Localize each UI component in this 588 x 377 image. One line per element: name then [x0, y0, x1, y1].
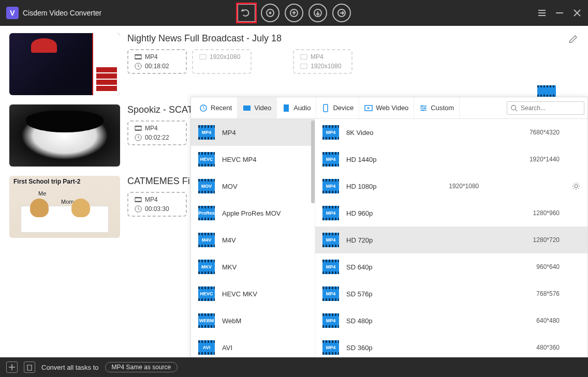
svg-rect-14 — [135, 126, 141, 127]
format-search[interactable] — [507, 101, 584, 115]
reel-out-icon[interactable] — [332, 4, 351, 22]
preset-label: SD 640p — [346, 263, 373, 271]
svg-rect-12 — [301, 64, 307, 69]
svg-point-27 — [424, 107, 426, 109]
svg-rect-18 — [135, 198, 141, 199]
format-badge-icon: MP4 — [198, 125, 215, 140]
container-list: MP4MP4HEVCHEVC MP4MOVMOVProResApple ProR… — [191, 119, 315, 357]
close-icon[interactable] — [572, 8, 582, 18]
format-badge-icon: MKV — [198, 260, 215, 274]
delete-button[interactable] — [24, 361, 35, 373]
svg-text:+: + — [292, 9, 296, 17]
container-item[interactable]: HEVCHEVC MP4 — [191, 146, 315, 173]
tab-custom[interactable]: Custom — [414, 97, 460, 118]
tab-video[interactable]: Video — [238, 97, 277, 118]
container-label: M4V — [222, 236, 236, 244]
container-item[interactable]: MKVMKV — [191, 253, 315, 280]
app-title: Cisdem Video Converter — [23, 9, 101, 17]
svg-point-28 — [422, 109, 424, 111]
titlebar: V Cisdem Video Converter + — [0, 0, 588, 26]
format-badge-icon: MP4 — [322, 260, 339, 274]
tab-audio[interactable]: Audio — [277, 97, 316, 118]
scrollbar-thumb[interactable] — [311, 120, 315, 203]
preset-label: HD 1080p — [346, 183, 377, 190]
container-label: HEVC MKV — [222, 290, 257, 298]
preset-item[interactable]: MP4SD 576p768*576 — [315, 280, 587, 307]
preset-item[interactable]: MP4SD 480p640*480 — [315, 307, 587, 334]
format-badge-icon: MP4 — [322, 340, 339, 355]
container-item[interactable]: AVIAVI — [191, 334, 315, 357]
preset-item[interactable]: MP4HD 960p1280*960 — [315, 200, 587, 227]
mode-icons: + — [237, 4, 351, 22]
preset-item[interactable]: MP4SD 640p960*640 — [315, 253, 587, 280]
format-badge-icon: WEBM — [198, 313, 215, 328]
svg-rect-24 — [324, 104, 328, 112]
reel-plus-icon[interactable]: + — [285, 4, 303, 22]
meta-box[interactable]: MP4 00:02:22 — [127, 120, 187, 145]
svg-rect-19 — [135, 201, 141, 202]
preset-resolution: 960*640 — [536, 263, 560, 270]
preset-resolution: 480*360 — [536, 344, 560, 351]
add-file-button[interactable] — [6, 361, 18, 373]
preset-item[interactable]: MP4HD 720p1280*720 — [315, 227, 587, 253]
menu-icon[interactable] — [537, 8, 547, 18]
format-badge-icon: ProRes — [198, 206, 215, 220]
container-item[interactable]: MOVMOV — [191, 173, 315, 200]
svg-rect-15 — [135, 130, 141, 131]
container-label: MKV — [222, 263, 237, 271]
video-thumbnail[interactable] — [9, 104, 120, 167]
preset-label: HD 720p — [346, 236, 373, 244]
minimize-icon[interactable] — [555, 8, 564, 18]
format-badge-icon: MP4 — [322, 206, 339, 220]
meta-box-out2[interactable]: MP4 1920x1080 — [293, 49, 352, 74]
preset-label: HD 1440p — [346, 156, 377, 163]
container-item[interactable]: HEVCHEVC MKV — [191, 280, 315, 307]
format-tabs: Recent Video Audio Device Web Video Cust… — [191, 97, 587, 119]
preset-item[interactable]: MP4HD 1440p1920*1440 — [315, 146, 587, 173]
meta-box[interactable]: MP4 00:03:30 — [127, 192, 187, 217]
format-badge-icon: MP4 — [322, 313, 339, 328]
reel-down-icon[interactable] — [308, 4, 327, 22]
convert-mode-icon[interactable] — [237, 4, 256, 22]
container-label: Apple ProRes MOV — [222, 209, 281, 217]
preset-resolution: 640*480 — [536, 317, 560, 324]
sync-mode-icon[interactable] — [261, 4, 280, 22]
tab-recent[interactable]: Recent — [194, 97, 238, 118]
container-item[interactable]: ProResApple ProRes MOV — [191, 200, 315, 227]
svg-rect-8 — [135, 58, 141, 59]
svg-point-30 — [575, 185, 578, 188]
video-thumbnail[interactable] — [9, 33, 120, 95]
search-input[interactable] — [521, 104, 581, 112]
gear-icon[interactable] — [572, 182, 580, 190]
format-badge-icon: MP4 — [322, 286, 339, 301]
preset-resolution: 1280*720 — [533, 236, 560, 244]
container-item[interactable]: M4VM4V — [191, 227, 315, 253]
main-area: Nightly News Full Broadcast - July 18 MP… — [0, 26, 588, 357]
format-badge-icon: MOV — [198, 179, 215, 193]
meta-box-out[interactable]: 1920x1080 — [192, 49, 252, 74]
format-badge-icon: AVI — [198, 340, 215, 355]
meta-box[interactable]: MP4 00:18:02 — [127, 49, 187, 74]
tab-device[interactable]: Device — [316, 97, 359, 118]
format-badge-icon: HEVC — [198, 286, 215, 301]
format-badge-icon: M4V — [198, 233, 215, 247]
output-format-icon[interactable] — [537, 85, 556, 97]
container-label: MP4 — [222, 129, 236, 137]
container-label: MOV — [222, 183, 238, 190]
svg-rect-7 — [135, 55, 141, 56]
preset-item[interactable]: MP4HD 1080p1920*1080 — [315, 173, 587, 200]
format-badge-icon: MP4 — [322, 152, 339, 167]
meta-duration: 00:18:02 — [145, 63, 169, 70]
edit-icon[interactable] — [568, 33, 579, 45]
container-item[interactable]: MP4MP4 — [191, 119, 315, 146]
preset-label: SD 480p — [346, 317, 373, 325]
container-label: WebM — [222, 317, 241, 325]
tab-web-video[interactable]: Web Video — [359, 97, 414, 118]
video-thumbnail[interactable]: First School trip Part-2 Me Mom — [9, 176, 120, 238]
container-item[interactable]: WEBMWebM — [191, 307, 315, 334]
output-format-pill[interactable]: MP4 Same as source — [105, 362, 178, 372]
preset-item[interactable]: MP4SD 360p480*360 — [315, 334, 587, 357]
preset-item[interactable]: MP48K Video7680*4320 — [315, 119, 587, 146]
preset-resolution: 768*576 — [536, 290, 560, 297]
preset-label: SD 360p — [346, 344, 373, 352]
